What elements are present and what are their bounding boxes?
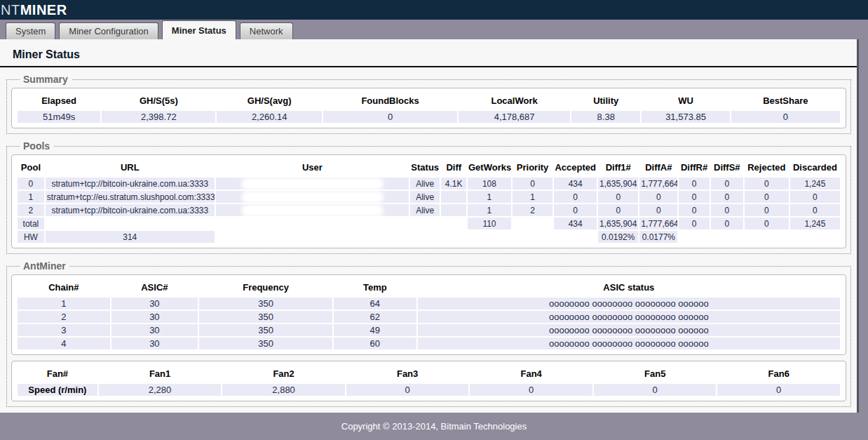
column-header: Priority — [513, 159, 552, 176]
table-cell: 0 — [470, 384, 592, 396]
table-header-row: Fan#Fan1Fan2Fan3Fan4Fan5Fan6 — [18, 365, 840, 382]
table-cell: 1,245 — [790, 218, 840, 229]
table-cell: 1,245 — [790, 178, 840, 189]
column-header: DiffR# — [679, 159, 710, 176]
table-cell: 0 — [639, 204, 677, 216]
table-cell — [216, 178, 409, 189]
column-header: Chain# — [18, 279, 110, 296]
table-cell: 0 — [598, 204, 638, 216]
table-cell — [745, 231, 789, 243]
table-cell — [468, 231, 511, 243]
column-header: Fan4 — [470, 365, 592, 382]
table-cell: 0.0192% — [598, 231, 638, 243]
table-header-row: Chain#ASIC#FrequencyTempASIC status — [18, 279, 840, 296]
content-area: Miner Status Summary ElapsedGH/S(5s)GH/S… — [0, 39, 859, 413]
table-cell: 0 — [711, 191, 743, 203]
table-cell: 0 — [790, 204, 840, 216]
table-cell: 30 — [111, 324, 198, 336]
column-header: URL — [46, 159, 215, 176]
pools-table: PoolURLUserStatusDiffGetWorksPriorityAcc… — [16, 157, 841, 244]
table-cell: 1,777,664 — [639, 178, 677, 189]
column-header: User — [216, 159, 409, 176]
table-cell: 30 — [111, 311, 198, 323]
table-cell: 108 — [468, 178, 511, 189]
table-cell: 0 — [679, 218, 710, 229]
summary-legend: Summary — [20, 74, 72, 85]
table-cell — [410, 231, 440, 243]
column-header: Frequency — [199, 279, 332, 296]
title-divider — [0, 66, 857, 67]
column-header: Utility — [571, 92, 641, 109]
table-cell: 1,777,664 — [639, 218, 677, 229]
column-header: Rejected — [745, 159, 789, 176]
table-cell — [216, 231, 409, 243]
table-row: total1104341,635,9041,777,6640001,245 — [18, 218, 840, 229]
pools-legend: Pools — [20, 140, 53, 152]
column-header: ASIC# — [111, 279, 198, 296]
redacted-user-blur — [244, 194, 381, 201]
table-cell: 0 — [711, 178, 743, 189]
table-cell: 0 — [554, 191, 597, 203]
table-row: 43035060oooooooo oooooooo oooooooo ooooo… — [18, 338, 840, 349]
tab-miner-configuration[interactable]: Miner Configuration — [59, 22, 158, 39]
fans-table: Fan#Fan1Fan2Fan3Fan4Fan5Fan6Speed (r/min… — [16, 364, 841, 397]
table-cell: oooooooo oooooooo oooooooo oooooo — [418, 324, 840, 336]
column-header: Fan# — [18, 365, 97, 382]
column-header: Pool — [18, 159, 44, 176]
antminer-logo: NTMINER — [1, 0, 67, 20]
table-row: 33035049oooooooo oooooooo oooooooo ooooo… — [18, 324, 840, 336]
redacted-user-blur — [244, 207, 381, 214]
tab-miner-status[interactable]: Miner Status — [162, 20, 236, 39]
table-cell: 2,260.14 — [217, 111, 322, 123]
column-header: Fan6 — [717, 365, 840, 382]
table-cell: 110 — [468, 218, 511, 229]
column-header: DiffA# — [639, 159, 677, 176]
table-cell — [513, 218, 552, 229]
copyright-text: Copyright © 2013-2014, Bitmain Technolog… — [341, 421, 527, 432]
table-cell: 0 — [346, 384, 469, 396]
table-cell: Alive — [410, 178, 440, 189]
column-header: GH/S(avg) — [217, 92, 322, 109]
column-header: Temp — [334, 279, 416, 296]
tab-system[interactable]: System — [6, 22, 55, 39]
table-cell: 0 — [18, 178, 44, 189]
table-cell — [216, 204, 409, 216]
table-cell: 1 — [513, 191, 552, 203]
table-cell: 0 — [790, 191, 840, 203]
table-cell: 30 — [111, 338, 198, 349]
table-cell: 1 — [18, 298, 110, 309]
table-cell — [441, 191, 466, 203]
table-cell: 4,178,687 — [459, 111, 570, 123]
table-cell: 3 — [18, 324, 110, 336]
table-cell: 2 — [18, 311, 110, 323]
table-cell: 30 — [111, 298, 198, 309]
column-header: GH/S(5s) — [102, 92, 215, 109]
table-cell: 350 — [199, 298, 332, 309]
table-cell: HW — [18, 231, 44, 243]
table-cell: stratum+tcp://bitcoin-ukraine.com.ua:333… — [46, 204, 215, 216]
table-cell: 1,635,904 — [598, 178, 638, 189]
table-cell — [410, 218, 440, 229]
table-cell: 4 — [18, 338, 110, 349]
table-cell: 0 — [745, 204, 789, 216]
table-cell: 2 — [18, 204, 44, 216]
column-header: Fan3 — [346, 365, 469, 382]
table-cell: 49 — [334, 324, 416, 336]
table-row: Speed (r/min)2,2802,8800000 — [18, 384, 840, 396]
page-footer: Copyright © 2013-2014, Bitmain Technolog… — [0, 413, 868, 432]
tab-network[interactable]: Network — [240, 22, 293, 39]
table-cell: 0 — [745, 191, 789, 203]
table-cell: 0 — [513, 178, 552, 189]
table-cell — [216, 191, 409, 203]
app-header: NTMINER — [0, 0, 868, 20]
column-header: ASIC status — [418, 279, 840, 296]
table-cell — [441, 218, 466, 229]
page-title: Miner Status — [0, 39, 857, 66]
column-header: BestShare — [731, 92, 840, 109]
table-cell: oooooooo oooooooo oooooooo oooooo — [418, 311, 840, 323]
column-header: Fan2 — [222, 365, 345, 382]
table-cell: 8.38 — [571, 111, 641, 123]
table-cell: 0 — [717, 384, 840, 396]
table-cell: 0.0177% — [639, 231, 677, 243]
table-cell: 0 — [745, 218, 789, 229]
